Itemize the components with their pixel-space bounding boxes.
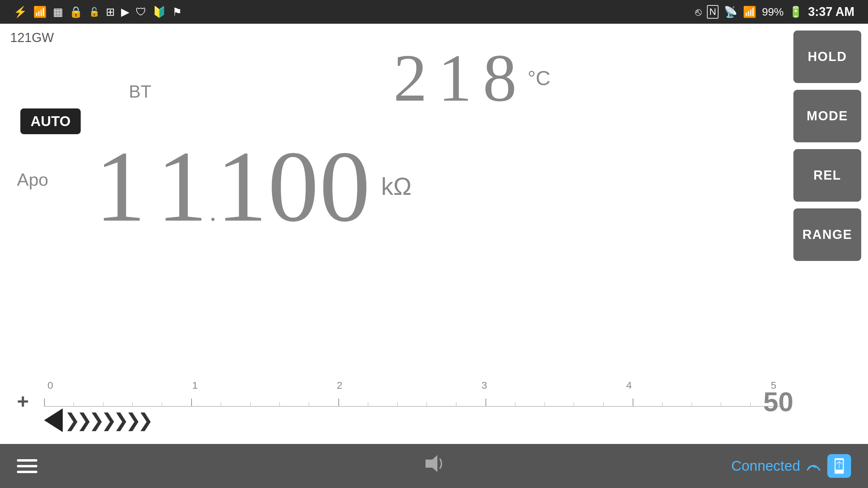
grid-icon: ⊞ [106,5,115,18]
scale-num-1: 1 [192,380,198,391]
menu-line-2 [17,465,37,467]
temp-digit-2: 2 [393,44,428,112]
main-digit-1c: 1 [216,136,268,237]
decimal-point: . [210,196,216,227]
tick-minor [692,402,692,406]
menu-button[interactable] [17,459,37,473]
menu-line-3 [17,471,37,473]
tick-1 [191,399,192,406]
tick-minor [515,402,515,406]
tick-minor [74,402,74,406]
calendar-icon: ▦ [53,5,63,18]
clock: 3:37 AM [808,5,854,19]
main-digit-1: 1 [95,136,146,237]
scale-num-0: 0 [47,380,53,391]
tick-minor [309,402,309,406]
status-left-icons: ⚡ 📶 ▦ 🔒 🔓 ⊞ ▶ 🛡 🔰 ⚑ [14,5,182,18]
mode-button[interactable]: MODE [793,90,861,142]
right-panel: HOLD MODE REL RANGE [787,24,868,444]
scale-bar: + 0 1 2 3 4 5 [17,380,780,424]
tick-minor [368,402,368,406]
play-icon: ▶ [121,5,130,18]
temp-digit-8: 8 [483,44,517,112]
tick-3 [486,399,486,406]
scale-ticks [44,393,780,407]
tick-4 [633,399,633,406]
menu-line-1 [17,459,37,462]
tick-2 [338,399,339,406]
auto-badge: AUTO [20,108,81,134]
tick-minor [132,402,133,406]
connected-status: Connected [731,454,851,478]
tick-minor [750,402,751,406]
range-button[interactable]: RANGE [793,208,861,261]
scale-arrow-track: ❯ ❯ ❯ ❯ ❯ ❯ ❯ [44,408,780,432]
arrow-hollow-group: ❯ ❯ ❯ ❯ ❯ ❯ ❯ [64,411,153,430]
scale-num-4: 4 [626,380,632,391]
tick-minor [397,402,398,406]
battery-percent: 99% [762,6,784,18]
lock2-icon: 🔓 [89,7,100,17]
tick-minor [545,402,545,406]
bluetooth-icon: ⎋ [695,6,702,18]
main-digit-0b: 0 [319,136,371,237]
lock-icon: 🔒 [69,5,83,18]
tick-minor [279,402,280,406]
shield2-icon: 🔰 [153,5,166,18]
shield-icon: 🛡 [136,6,146,18]
rel-button[interactable]: REL [793,149,861,202]
device-label: 121GW [10,30,54,45]
bt-device-icon [827,454,851,478]
hold-button[interactable]: HOLD [793,30,861,83]
signal-icon: 📶 [743,5,756,18]
nfc-icon: N [707,5,718,19]
main-digit-0a: 0 [268,136,319,237]
bottom-bar: Connected [0,444,868,488]
tick-minor [427,402,427,406]
primary-display: 1 1 . 1 0 0 kΩ [95,136,780,237]
scale-num-3: 3 [481,380,487,391]
tick-minor [662,402,663,406]
svg-marker-0 [426,455,437,472]
connected-text: Connected [731,458,800,474]
tick-0 [44,399,45,406]
temp-digit-1: 1 [438,44,473,112]
usb-icon: ⚡ [14,5,27,18]
status-right-icons: ⎋ N 📡 📶 99% 🔋 3:37 AM [695,5,854,19]
status-bar: ⚡ 📶 ▦ 🔒 🔓 ⊞ ▶ 🛡 🔰 ⚑ ⎋ N 📡 📶 99% 🔋 3:37 A… [0,0,868,24]
tick-minor [250,402,251,406]
battery-icon: 🔋 [789,5,803,18]
main-content: 121GW BT AUTO Apo 2 1 8 °C 1 1 . 1 0 0 k… [0,24,868,444]
tick-minor [221,402,221,406]
bt-label: BT [129,81,151,102]
tick-minor [574,402,574,406]
tick-minor [162,402,162,406]
scale-num-2: 2 [337,380,342,391]
scale-plus: + [17,390,29,413]
temp-unit: °C [528,66,550,90]
wifi2-icon: 📡 [724,5,737,18]
main-unit: kΩ [381,172,412,200]
arrow-solid [44,408,63,432]
bt-waves-icon [807,458,821,474]
secondary-display: 2 1 8 °C [393,44,550,112]
scale-numbers: 0 1 2 3 4 5 [44,380,780,391]
tick-minor [456,402,456,406]
tick-minor [103,402,103,406]
main-digit-1b: 1 [157,136,208,237]
wifi-icon: 📶 [33,5,47,18]
flag-icon: ⚑ [172,5,182,18]
scale-ruler: 0 1 2 3 4 5 [44,380,780,407]
speaker-button[interactable] [422,453,446,479]
tick-minor [603,402,604,406]
apo-label: Apo [17,169,48,190]
tick-minor [721,402,721,406]
